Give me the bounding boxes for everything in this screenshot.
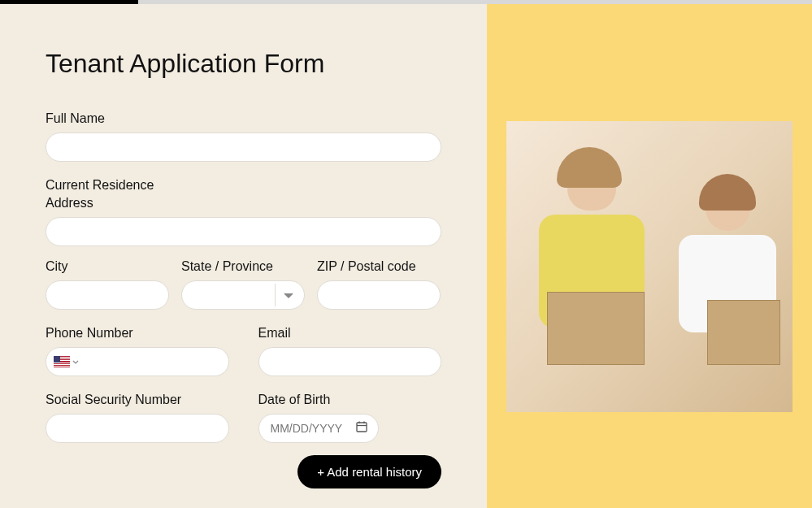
field-zip: ZIP / Postal code: [317, 259, 441, 310]
svg-rect-0: [357, 423, 367, 432]
phone-country-selector[interactable]: [54, 356, 79, 367]
email-input[interactable]: [258, 347, 442, 376]
dob-label: Date of Birth: [258, 393, 442, 407]
phone-label: Phone Number: [46, 326, 229, 341]
person-illustration: [531, 154, 653, 381]
full-name-input[interactable]: [46, 132, 441, 162]
progress-bar: [0, 0, 812, 4]
select-divider: [275, 284, 276, 306]
city-state-zip-row: City State / Province ZIP / Postal code: [46, 259, 441, 310]
current-residence-section: Current Residence: [46, 178, 441, 193]
hero-image: [506, 121, 792, 412]
field-city: City: [46, 259, 169, 310]
person-illustration: [671, 178, 784, 389]
address-label: Address: [46, 196, 441, 211]
field-state: State / Province: [181, 259, 305, 310]
us-flag-icon: [54, 356, 70, 367]
full-name-label: Full Name: [46, 111, 441, 126]
zip-label: ZIP / Postal code: [317, 259, 441, 274]
page-title: Tenant Application Form: [46, 49, 441, 79]
ssn-dob-row: Social Security Number Date of Birth: [46, 393, 441, 443]
field-full-name: Full Name: [46, 111, 441, 162]
form-panel: Tenant Application Form Full Name Curren…: [0, 0, 487, 508]
field-phone: Phone Number: [46, 326, 229, 376]
phone-email-row: Phone Number Email: [46, 326, 441, 376]
calendar-icon[interactable]: [356, 421, 367, 436]
chevron-down-icon: [72, 360, 79, 364]
progress-fill: [0, 0, 138, 4]
image-panel: [487, 0, 812, 508]
ssn-label: Social Security Number: [46, 393, 229, 407]
field-dob: Date of Birth: [258, 393, 442, 443]
state-label: State / Province: [181, 259, 305, 274]
zip-input[interactable]: [317, 280, 441, 310]
field-ssn: Social Security Number: [46, 393, 229, 443]
state-select[interactable]: [181, 280, 305, 310]
city-label: City: [46, 259, 169, 274]
city-input[interactable]: [46, 280, 169, 310]
email-label: Email: [258, 326, 442, 341]
address-input[interactable]: [46, 217, 441, 246]
field-address: Address: [46, 196, 441, 246]
field-email: Email: [258, 326, 442, 376]
ssn-input[interactable]: [46, 414, 229, 443]
add-rental-history-button[interactable]: + Add rental history: [297, 455, 441, 488]
